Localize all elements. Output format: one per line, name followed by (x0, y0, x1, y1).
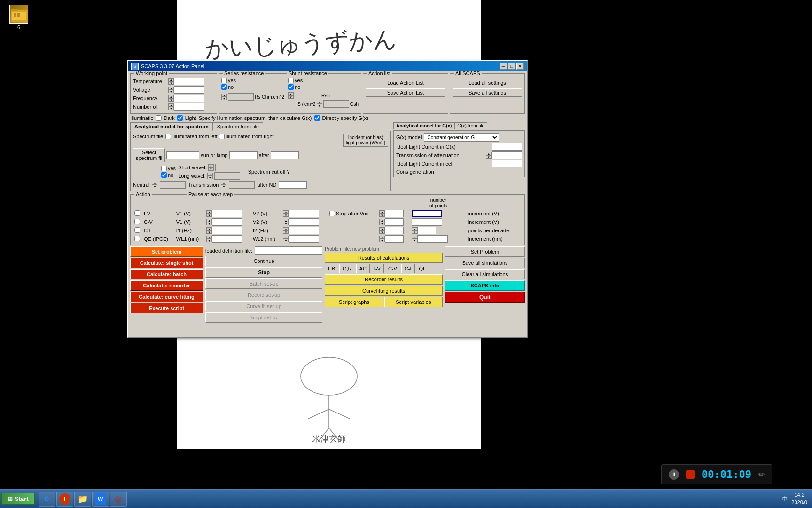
qe-wl2-input[interactable]: 900.00 (289, 235, 319, 243)
iv-npts-up-arrow[interactable]: ▲ (379, 210, 385, 214)
cf-f1-down-arrow[interactable]: ▼ (206, 230, 212, 234)
gsh-arrows[interactable]: ▲ ▼ (317, 101, 322, 107)
trans-down-arrow[interactable]: ▼ (221, 185, 226, 188)
iv-v1-input[interactable]: 0.0000 (212, 210, 242, 217)
cv-v2-spin[interactable]: ▲ ▼ 0.8000 (283, 218, 327, 226)
taskbar-app-ie[interactable]: e (39, 492, 55, 507)
after-value-input[interactable]: 1000.00 (271, 151, 299, 159)
qe-wl2-down-arrow[interactable]: ▼ (283, 239, 289, 242)
qe-wl1-down-arrow[interactable]: ▼ (206, 239, 212, 242)
trans-spin[interactable]: ▲ ▼ 100.00 (486, 151, 522, 159)
qe-npts-input[interactable]: 61 (385, 235, 404, 243)
save-all-settings-button[interactable]: Save all settings (453, 88, 522, 97)
qe-increment-down-arrow[interactable]: ▼ (412, 239, 417, 242)
qe-wl1-spin[interactable]: ▲ ▼ 300.00 (206, 235, 250, 243)
tab-gx-from-file[interactable]: G(x) from file (454, 122, 487, 129)
cv-v2-arrows[interactable]: ▲ ▼ (283, 219, 289, 225)
iv-v2-up-arrow[interactable]: ▲ (283, 210, 289, 214)
cf-f2-spin[interactable]: ▲ ▼ 1.000E+6 (283, 227, 327, 234)
iv-npts-input[interactable]: 41 (385, 210, 404, 217)
script-variables-button[interactable]: Script variables (384, 297, 443, 307)
iv-v1-arrows[interactable]: ▲ ▼ (206, 210, 212, 217)
rs-arrows[interactable]: ▲ ▼ (221, 94, 227, 100)
maximize-button[interactable]: □ (508, 63, 515, 70)
trans-up-arrow[interactable]: ▲ (221, 182, 226, 185)
frequency-up-arrow[interactable]: ▲ (168, 95, 174, 98)
temperature-up-arrow[interactable]: ▲ (168, 78, 174, 81)
number-up-arrow[interactable]: ▲ (168, 103, 174, 107)
voltage-down-arrow[interactable]: ▼ (168, 90, 174, 93)
calculate-batch-button[interactable]: Calculate: batch (130, 269, 203, 279)
cf-npts-input[interactable]: 21 (385, 227, 404, 234)
cf-npts-arrows[interactable]: ▲ ▼ (379, 227, 385, 234)
close-button[interactable]: ✕ (516, 63, 524, 70)
cv-v2-up-arrow[interactable]: ▲ (283, 219, 289, 222)
qe-increment-arrows[interactable]: ▲ ▼ (412, 236, 417, 242)
ideal-current-input[interactable]: 20.0000 (492, 143, 522, 151)
cf-f1-up-arrow[interactable]: ▲ (206, 227, 212, 230)
cf-pts-down-arrow[interactable]: ▼ (412, 230, 417, 234)
qe-wl1-up-arrow[interactable]: ▲ (206, 236, 212, 239)
after-nd-input[interactable]: 1000.00 (279, 181, 307, 189)
sun-value-input[interactable]: 1000.00 (229, 151, 258, 159)
curve-fit-setup-button[interactable]: Curve fit set-up (205, 301, 322, 311)
tab-analytical-spectrum[interactable]: Analytical model for spectrum (130, 122, 213, 131)
number-input[interactable]: 5 (174, 103, 204, 111)
neutral-input[interactable]: 0.0000 (160, 181, 186, 189)
cv-increment-input[interactable]: 0.0200 (412, 218, 442, 226)
script-setup-button[interactable]: Script set-up (205, 312, 322, 323)
save-all-simulations-button[interactable]: Save all simulations (445, 258, 525, 268)
script-graphs-button[interactable]: Script graphs (325, 297, 383, 307)
scaps-info-button[interactable]: SCAPS info (445, 280, 525, 291)
save-action-list-button[interactable]: Save Action List (366, 88, 445, 97)
iv-v1-up-arrow[interactable]: ▲ (206, 210, 212, 214)
cv-npts-up-arrow[interactable]: ▲ (379, 219, 385, 222)
iv-npts-arrows[interactable]: ▲ ▼ (379, 210, 385, 217)
qe-wl1-input[interactable]: 300.00 (212, 235, 242, 243)
short-down-arrow[interactable]: ▼ (208, 167, 214, 171)
neutral-down-arrow[interactable]: ▼ (152, 185, 157, 188)
cv-checkbox[interactable] (134, 219, 140, 224)
calculate-curve-button[interactable]: Calculate: curve fitting (130, 292, 203, 302)
timer-pause-button[interactable]: ⏸ (669, 469, 679, 480)
iv-checkbox[interactable] (134, 210, 140, 216)
specify-check[interactable] (314, 115, 320, 121)
timer-edit-icon[interactable]: ✏ (758, 470, 765, 479)
trans2-up-arrow[interactable]: ▲ (486, 152, 492, 155)
taskbar-app-3[interactable]: 📁 (74, 492, 91, 507)
load-all-settings-button[interactable]: Load all settings (453, 79, 522, 87)
timer-stop-button[interactable] (686, 470, 695, 479)
long-down-arrow[interactable]: ▼ (207, 176, 213, 179)
short-arrows[interactable]: ▲ ▼ (208, 164, 214, 171)
temperature-input[interactable]: 300.00 (174, 78, 204, 85)
start-button[interactable]: ⊞ Start (1, 493, 35, 505)
frequency-spin[interactable]: ▲ ▼ 1.000E+6 (168, 95, 204, 102)
cf-f2-up-arrow[interactable]: ▲ (283, 227, 289, 230)
cf-f1-spin[interactable]: ▲ ▼ 1.000E+2 (206, 227, 250, 234)
iv-v2-input[interactable]: 0.8000 (289, 210, 319, 217)
qe-wl2-up-arrow[interactable]: ▲ (283, 236, 289, 239)
no-check[interactable] (161, 172, 167, 178)
cf-f2-arrows[interactable]: ▲ ▼ (283, 227, 289, 234)
gsh-up-arrow[interactable]: ▲ (317, 101, 322, 104)
series-yes-check[interactable] (221, 78, 227, 83)
cf-npts-spin[interactable]: ▲ ▼ 21 (379, 227, 409, 234)
neutral-arrows[interactable]: ▲ ▼ (152, 182, 157, 188)
iv-v2-down-arrow[interactable]: ▼ (283, 214, 289, 217)
gr-button[interactable]: G,R (339, 264, 355, 273)
quit-button[interactable]: Quit (445, 292, 525, 303)
cv-result-button[interactable]: C-V (385, 264, 400, 273)
recorder-results-button[interactable]: Recorder results (325, 274, 443, 285)
spectrum-file-input[interactable]: AM1_5G 1 sun.spe (166, 151, 199, 159)
cf-result-button[interactable]: C-f (401, 264, 415, 273)
clear-all-simulations-button[interactable]: Clear all simulations (445, 269, 525, 279)
cf-npts-down-arrow[interactable]: ▼ (379, 230, 385, 234)
qe-checkbox[interactable] (134, 236, 140, 241)
trans2-down-arrow[interactable]: ▼ (486, 155, 492, 159)
cv-v2-input[interactable]: 0.8000 (289, 218, 319, 226)
number-arrows[interactable]: ▲ ▼ (168, 103, 174, 110)
trans2-arrows[interactable]: ▲ ▼ (486, 152, 492, 159)
set-problem-button[interactable]: Set problem (130, 246, 203, 257)
iv-v1-down-arrow[interactable]: ▼ (206, 214, 212, 217)
calculate-single-button[interactable]: Calculate: single shot (130, 258, 203, 268)
